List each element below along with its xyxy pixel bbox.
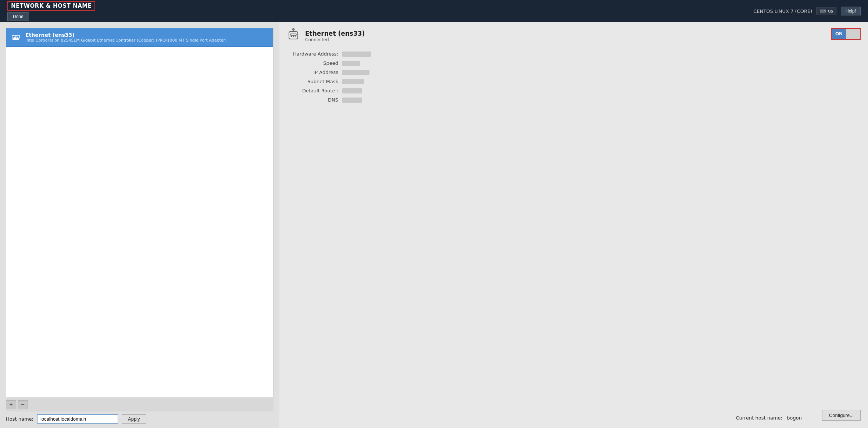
os-label: CENTOS LINUX 7 (CORE) (753, 8, 812, 14)
speed-value (342, 61, 360, 66)
device-name: Ethernet (ens33) (305, 30, 365, 37)
detail-row-hardware: Hardware Address: (290, 51, 861, 57)
network-item-info: Ethernet (ens33) Intel Corporation 82545… (25, 32, 226, 43)
done-button[interactable]: Done (7, 12, 29, 21)
network-item[interactable]: Ethernet (ens33) Intel Corporation 82545… (6, 28, 273, 47)
configure-button[interactable]: Configure... (822, 410, 861, 421)
detail-row-dns: DNS (290, 97, 861, 103)
dns-value (342, 98, 362, 103)
network-list: Ethernet (ens33) Intel Corporation 82545… (6, 28, 274, 398)
default-route-value (342, 88, 362, 93)
detail-row-subnet: Subnet Mask (290, 79, 861, 84)
svg-rect-7 (293, 35, 294, 37)
toggle-switch[interactable]: ON (831, 28, 861, 40)
help-button[interactable]: Help! (841, 7, 861, 15)
page-title: NETWORK & HOST NAME (11, 3, 92, 9)
device-ethernet-icon (287, 28, 300, 44)
add-button[interactable]: + (6, 400, 16, 409)
hardware-address-label: Hardware Address: (290, 51, 342, 57)
svg-rect-8 (295, 35, 296, 37)
network-item-desc: Intel Corporation 82545EM Gigabit Ethern… (25, 38, 226, 43)
network-item-name: Ethernet (ens33) (25, 32, 226, 38)
device-name-group: Ethernet (ens33) Connected (305, 30, 365, 42)
current-hostname-label: Current host name: (736, 415, 782, 421)
detail-row-speed: Speed (290, 60, 861, 66)
current-hostname-display: Current host name: bogon (736, 415, 802, 421)
hardware-address-value (342, 52, 371, 57)
device-header: Ethernet (ens33) Connected (287, 28, 861, 44)
remove-button[interactable]: − (18, 400, 28, 409)
topbar-right: CENTOS LINUX 7 (CORE) ⌨ us Help! (753, 7, 861, 15)
svg-rect-6 (291, 35, 292, 37)
topbar-left: NETWORK & HOST NAME Done (7, 1, 95, 21)
page-title-box: NETWORK & HOST NAME (7, 1, 95, 11)
device-status: Connected (305, 37, 365, 42)
list-controls: + − (6, 398, 274, 411)
left-panel: Ethernet (ens33) Intel Corporation 82545… (0, 22, 279, 428)
ip-address-value (342, 70, 369, 75)
apply-button[interactable]: Apply (122, 414, 146, 424)
hostname-row: Host name: Apply (6, 411, 274, 424)
hostname-label: Host name: (6, 416, 33, 422)
language-selector[interactable]: ⌨ us (817, 7, 836, 15)
right-panel: ON Ethernet (ens33) Connected (279, 22, 868, 428)
current-hostname-value: bogon (787, 415, 802, 421)
detail-row-ip: IP Address (290, 70, 861, 75)
ip-address-label: IP Address (290, 70, 342, 75)
language-value: us (828, 8, 833, 14)
default-route-label: Default Route : (290, 88, 342, 93)
toggle-container: ON (831, 28, 861, 40)
speed-label: Speed (290, 60, 342, 66)
device-details: Hardware Address: Speed IP Address Subne… (287, 51, 861, 103)
topbar: NETWORK & HOST NAME Done CENTOS LINUX 7 … (0, 0, 868, 22)
toggle-on-label: ON (832, 29, 846, 39)
subnet-mask-value (342, 79, 364, 84)
svg-rect-5 (290, 34, 296, 35)
dns-label: DNS (290, 97, 342, 103)
detail-row-default-route: Default Route : (290, 88, 861, 93)
toggle-off-label (846, 29, 860, 39)
svg-rect-0 (12, 39, 19, 40)
ethernet-icon (11, 32, 21, 43)
keyboard-icon: ⌨ (820, 9, 826, 14)
subnet-mask-label: Subnet Mask (290, 79, 342, 84)
hostname-input[interactable] (37, 414, 118, 424)
main-content: Ethernet (ens33) Intel Corporation 82545… (0, 22, 868, 428)
